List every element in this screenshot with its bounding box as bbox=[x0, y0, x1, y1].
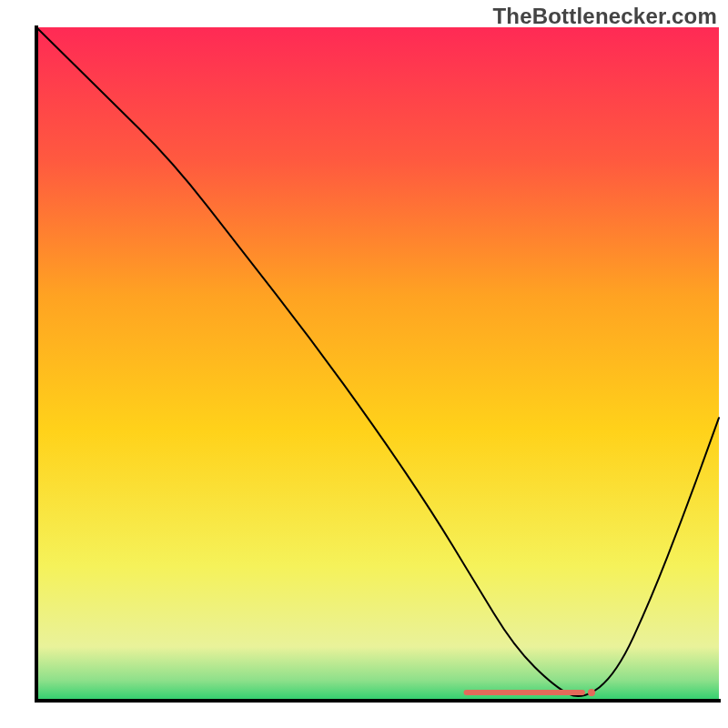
chart-container: TheBottlenecker.com bbox=[0, 0, 728, 728]
flat-region-end-dot bbox=[588, 689, 595, 696]
watermark-label: TheBottlenecker.com bbox=[492, 4, 717, 29]
bottleneck-chart bbox=[0, 0, 728, 728]
